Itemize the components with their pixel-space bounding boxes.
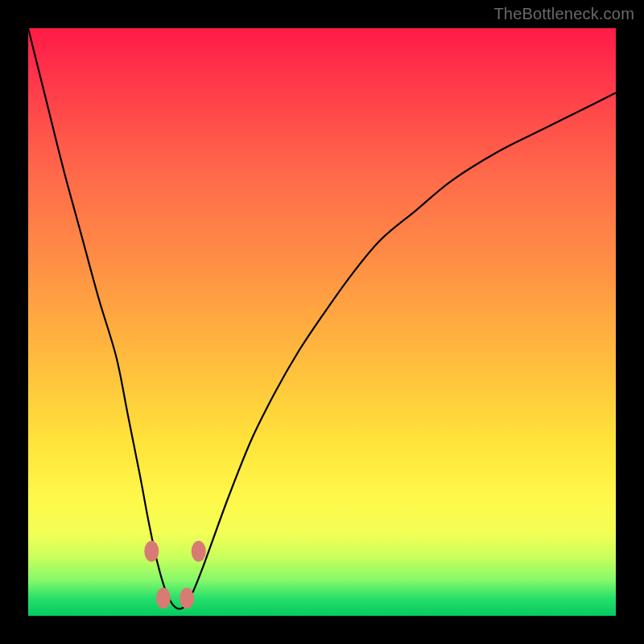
bead-marker <box>144 541 159 562</box>
bottleneck-curve <box>28 28 616 616</box>
bead-marker <box>180 588 194 609</box>
bead-marker <box>156 588 171 609</box>
curve-beads <box>144 541 205 609</box>
plot-area <box>28 28 616 616</box>
chart-frame: TheBottleneck.com <box>0 0 644 644</box>
curve-line <box>28 28 616 609</box>
bead-marker <box>192 541 206 562</box>
watermark-text: TheBottleneck.com <box>493 5 634 23</box>
